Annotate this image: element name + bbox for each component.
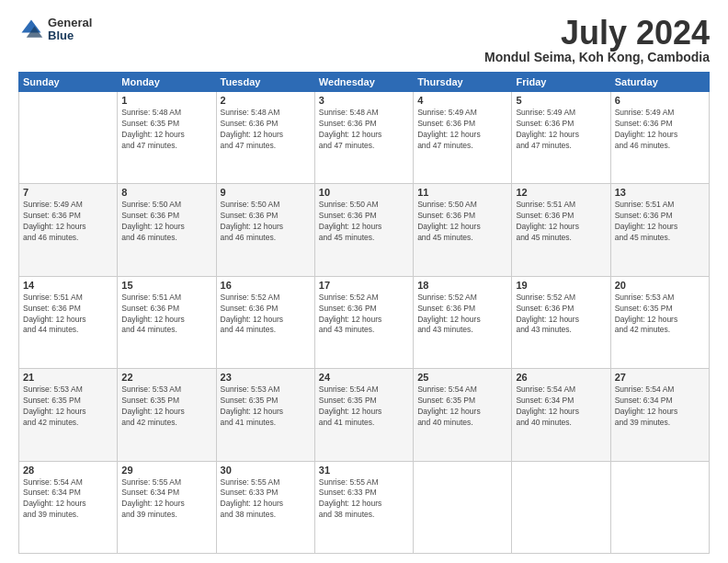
day-info: Sunrise: 5:53 AM Sunset: 6:35 PM Dayligh… xyxy=(221,385,311,429)
calendar-cell: 2Sunrise: 5:48 AM Sunset: 6:36 PM Daylig… xyxy=(216,92,314,184)
calendar-cell xyxy=(610,461,709,553)
day-number: 2 xyxy=(221,95,311,106)
day-info: Sunrise: 5:49 AM Sunset: 6:36 PM Dayligh… xyxy=(516,108,606,152)
subtitle: Mondul Seima, Koh Kong, Cambodia xyxy=(484,50,710,64)
logo-text: General Blue xyxy=(48,17,92,43)
day-info: Sunrise: 5:54 AM Sunset: 6:35 PM Dayligh… xyxy=(319,385,409,429)
day-number: 6 xyxy=(615,95,705,106)
day-info: Sunrise: 5:54 AM Sunset: 6:35 PM Dayligh… xyxy=(417,385,507,429)
day-header-thursday: Thursday xyxy=(414,73,512,92)
calendar-cell: 23Sunrise: 5:53 AM Sunset: 6:35 PM Dayli… xyxy=(216,369,314,461)
day-info: Sunrise: 5:50 AM Sunset: 6:36 PM Dayligh… xyxy=(319,200,409,244)
day-info: Sunrise: 5:53 AM Sunset: 6:35 PM Dayligh… xyxy=(615,293,705,337)
day-header-monday: Monday xyxy=(118,73,216,92)
page: General Blue July 2024 Mondul Seima, Koh… xyxy=(0,0,728,563)
day-info: Sunrise: 5:48 AM Sunset: 6:35 PM Dayligh… xyxy=(121,108,211,152)
day-info: Sunrise: 5:51 AM Sunset: 6:36 PM Dayligh… xyxy=(121,293,211,337)
calendar-cell: 4Sunrise: 5:49 AM Sunset: 6:36 PM Daylig… xyxy=(414,92,512,184)
day-info: Sunrise: 5:52 AM Sunset: 6:36 PM Dayligh… xyxy=(221,293,311,337)
calendar-cell: 6Sunrise: 5:49 AM Sunset: 6:36 PM Daylig… xyxy=(610,92,709,184)
calendar-cell: 16Sunrise: 5:52 AM Sunset: 6:36 PM Dayli… xyxy=(216,276,314,368)
calendar-cell: 18Sunrise: 5:52 AM Sunset: 6:36 PM Dayli… xyxy=(414,276,512,368)
day-info: Sunrise: 5:54 AM Sunset: 6:34 PM Dayligh… xyxy=(615,385,705,429)
day-number: 9 xyxy=(221,187,311,198)
calendar-cell: 29Sunrise: 5:55 AM Sunset: 6:34 PM Dayli… xyxy=(118,461,216,553)
day-number: 27 xyxy=(615,372,705,383)
calendar-cell: 19Sunrise: 5:52 AM Sunset: 6:36 PM Dayli… xyxy=(512,276,610,368)
calendar-cell xyxy=(512,461,610,553)
day-info: Sunrise: 5:50 AM Sunset: 6:36 PM Dayligh… xyxy=(417,200,507,244)
day-header-friday: Friday xyxy=(512,73,610,92)
day-info: Sunrise: 5:52 AM Sunset: 6:36 PM Dayligh… xyxy=(319,293,409,337)
day-number: 3 xyxy=(319,95,409,106)
day-info: Sunrise: 5:49 AM Sunset: 6:36 PM Dayligh… xyxy=(23,200,113,244)
calendar-cell: 11Sunrise: 5:50 AM Sunset: 6:36 PM Dayli… xyxy=(414,184,512,276)
calendar-week-row: 28Sunrise: 5:54 AM Sunset: 6:34 PM Dayli… xyxy=(19,461,710,553)
day-number: 11 xyxy=(417,187,507,198)
calendar-header-row: SundayMondayTuesdayWednesdayThursdayFrid… xyxy=(19,73,710,92)
day-info: Sunrise: 5:55 AM Sunset: 6:33 PM Dayligh… xyxy=(319,477,409,522)
day-number: 21 xyxy=(23,372,113,383)
day-number: 13 xyxy=(615,187,705,198)
day-number: 18 xyxy=(417,280,507,291)
day-info: Sunrise: 5:51 AM Sunset: 6:36 PM Dayligh… xyxy=(615,200,705,244)
day-number: 15 xyxy=(121,280,211,291)
day-number: 16 xyxy=(221,280,311,291)
day-number: 30 xyxy=(221,465,311,476)
calendar-cell: 21Sunrise: 5:53 AM Sunset: 6:35 PM Dayli… xyxy=(19,369,118,461)
calendar-cell: 25Sunrise: 5:54 AM Sunset: 6:35 PM Dayli… xyxy=(414,369,512,461)
day-info: Sunrise: 5:48 AM Sunset: 6:36 PM Dayligh… xyxy=(221,108,311,152)
day-number: 23 xyxy=(221,372,311,383)
logo-icon xyxy=(18,17,44,42)
day-info: Sunrise: 5:51 AM Sunset: 6:36 PM Dayligh… xyxy=(516,200,606,244)
calendar-cell: 8Sunrise: 5:50 AM Sunset: 6:36 PM Daylig… xyxy=(118,184,216,276)
calendar: SundayMondayTuesdayWednesdayThursdayFrid… xyxy=(18,72,710,554)
calendar-cell: 28Sunrise: 5:54 AM Sunset: 6:34 PM Dayli… xyxy=(19,461,118,553)
day-info: Sunrise: 5:52 AM Sunset: 6:36 PM Dayligh… xyxy=(516,293,606,337)
day-number: 29 xyxy=(121,465,211,476)
calendar-cell xyxy=(414,461,512,553)
day-info: Sunrise: 5:55 AM Sunset: 6:33 PM Dayligh… xyxy=(221,477,311,522)
day-info: Sunrise: 5:50 AM Sunset: 6:36 PM Dayligh… xyxy=(121,200,211,244)
day-number: 22 xyxy=(121,372,211,383)
calendar-cell: 31Sunrise: 5:55 AM Sunset: 6:33 PM Dayli… xyxy=(314,461,413,553)
day-number: 4 xyxy=(417,95,507,106)
calendar-cell: 17Sunrise: 5:52 AM Sunset: 6:36 PM Dayli… xyxy=(314,276,413,368)
calendar-cell: 14Sunrise: 5:51 AM Sunset: 6:36 PM Dayli… xyxy=(19,276,118,368)
day-header-tuesday: Tuesday xyxy=(216,73,314,92)
calendar-cell: 27Sunrise: 5:54 AM Sunset: 6:34 PM Dayli… xyxy=(610,369,709,461)
calendar-cell: 7Sunrise: 5:49 AM Sunset: 6:36 PM Daylig… xyxy=(19,184,118,276)
calendar-week-row: 7Sunrise: 5:49 AM Sunset: 6:36 PM Daylig… xyxy=(19,184,710,276)
day-info: Sunrise: 5:55 AM Sunset: 6:34 PM Dayligh… xyxy=(121,477,211,522)
day-header-sunday: Sunday xyxy=(19,73,118,92)
day-number: 1 xyxy=(121,95,211,106)
main-title: July 2024 xyxy=(484,17,710,50)
day-number: 14 xyxy=(23,280,113,291)
day-number: 20 xyxy=(615,280,705,291)
day-info: Sunrise: 5:51 AM Sunset: 6:36 PM Dayligh… xyxy=(23,293,113,337)
calendar-cell: 1Sunrise: 5:48 AM Sunset: 6:35 PM Daylig… xyxy=(118,92,216,184)
day-info: Sunrise: 5:48 AM Sunset: 6:36 PM Dayligh… xyxy=(319,108,409,152)
day-info: Sunrise: 5:49 AM Sunset: 6:36 PM Dayligh… xyxy=(615,108,705,152)
header: General Blue July 2024 Mondul Seima, Koh… xyxy=(18,17,710,64)
calendar-cell: 12Sunrise: 5:51 AM Sunset: 6:36 PM Dayli… xyxy=(512,184,610,276)
day-number: 24 xyxy=(319,372,409,383)
day-number: 5 xyxy=(516,95,606,106)
day-header-wednesday: Wednesday xyxy=(314,73,413,92)
day-number: 28 xyxy=(23,465,113,476)
day-header-saturday: Saturday xyxy=(610,73,709,92)
day-info: Sunrise: 5:54 AM Sunset: 6:34 PM Dayligh… xyxy=(23,477,113,522)
day-number: 25 xyxy=(417,372,507,383)
day-number: 26 xyxy=(516,372,606,383)
calendar-cell: 30Sunrise: 5:55 AM Sunset: 6:33 PM Dayli… xyxy=(216,461,314,553)
day-info: Sunrise: 5:49 AM Sunset: 6:36 PM Dayligh… xyxy=(417,108,507,152)
day-info: Sunrise: 5:50 AM Sunset: 6:36 PM Dayligh… xyxy=(221,200,311,244)
day-info: Sunrise: 5:52 AM Sunset: 6:36 PM Dayligh… xyxy=(417,293,507,337)
calendar-cell: 10Sunrise: 5:50 AM Sunset: 6:36 PM Dayli… xyxy=(314,184,413,276)
day-info: Sunrise: 5:53 AM Sunset: 6:35 PM Dayligh… xyxy=(23,385,113,429)
day-number: 8 xyxy=(121,187,211,198)
calendar-cell: 13Sunrise: 5:51 AM Sunset: 6:36 PM Dayli… xyxy=(610,184,709,276)
calendar-cell: 24Sunrise: 5:54 AM Sunset: 6:35 PM Dayli… xyxy=(314,369,413,461)
day-number: 31 xyxy=(319,465,409,476)
calendar-week-row: 21Sunrise: 5:53 AM Sunset: 6:35 PM Dayli… xyxy=(19,369,710,461)
